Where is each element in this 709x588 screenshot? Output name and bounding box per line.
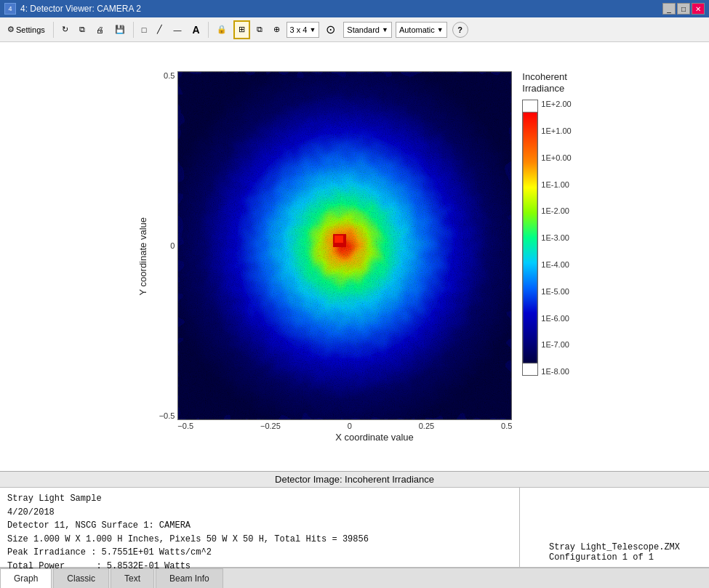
y-tick-2: 0	[170, 241, 175, 250]
settings-icon: ⚙	[7, 25, 15, 34]
title-bar: 4 4: Detector Viewer: CAMERA 2 _ □ ✕	[0, 0, 709, 17]
window-title: 4: Detector Viewer: CAMERA 2	[20, 4, 141, 14]
y-axis-and-plot: 0.5 0 −0.5	[151, 71, 571, 420]
info-line-3: Detector 11, NSCG Surface 1: CAMERA	[7, 519, 512, 533]
colorbar-title: Incoherent Irradiance	[522, 71, 571, 96]
x-tick-0: −0.5	[177, 422, 193, 430]
draw-rect-icon: □	[142, 25, 147, 34]
copy2-icon: ⧉	[257, 25, 263, 34]
x-tick-2: 0	[348, 422, 352, 430]
draw-hline-button[interactable]: —	[169, 20, 185, 39]
svg-rect-5	[523, 113, 537, 363]
overlay-icon: ⊕	[273, 25, 280, 34]
cb-tick-0: 1E+2.00	[541, 100, 571, 108]
text-tool-button[interactable]: A	[188, 20, 204, 39]
settings-button[interactable]: ⚙ Settings	[3, 20, 49, 39]
maximize-button[interactable]: □	[677, 3, 690, 15]
cb-tick-6: 1E-4.00	[541, 260, 571, 269]
tab-beam-info[interactable]: Beam Info	[156, 568, 223, 588]
cycle-icon: ⊙	[326, 23, 335, 36]
draw-hline-icon: —	[173, 25, 181, 34]
help-icon: ?	[457, 25, 462, 34]
y-axis-ticks: 0.5 0 −0.5	[151, 71, 177, 420]
help-button[interactable]: ?	[452, 22, 468, 38]
main-content: Y coordinate value 0.5 0 −0.5	[0, 42, 709, 588]
standard-dropdown[interactable]: Standard ▼	[343, 22, 392, 38]
x-axis-ticks: −0.5 −0.25 0 0.25 0.5	[177, 422, 512, 430]
colorbar-gradient-svg	[522, 100, 538, 376]
cb-tick-5: 1E-3.00	[541, 233, 571, 242]
overlay-button[interactable]: ⊕	[269, 20, 284, 39]
detector-info-right: Stray Light_Telescope.ZMXConfiguration 1…	[520, 488, 709, 567]
y-tick-4: −0.5	[159, 411, 175, 420]
heatmap-svg	[178, 72, 511, 419]
automatic-dropdown[interactable]: Automatic ▼	[396, 22, 447, 38]
print-icon: 🖨	[96, 25, 104, 34]
separator-2	[133, 22, 134, 38]
plot-right: 0.5 0 −0.5	[151, 71, 571, 443]
draw-rect-button[interactable]: □	[137, 20, 151, 39]
x-tick-4: 0.5	[501, 422, 512, 430]
refresh-icon: ↻	[62, 25, 68, 34]
colorbar-area: Incoherent Irradiance	[522, 71, 571, 420]
cb-tick-8: 1E-6.00	[541, 314, 571, 323]
cycle-button[interactable]: ⊙	[321, 20, 340, 39]
detector-info-left: Stray Light Sample 4/20/2018 Detector 11…	[0, 488, 520, 567]
chevron-down-icon-2: ▼	[382, 26, 388, 33]
svg-rect-4	[335, 235, 343, 243]
save-icon: 💾	[115, 25, 125, 34]
plot-container: Y coordinate value 0.5 0 −0.5	[137, 71, 571, 443]
draw-line-button[interactable]: ╱	[153, 20, 167, 39]
chevron-down-icon-3: ▼	[437, 26, 444, 33]
text-tool-icon: A	[192, 24, 199, 36]
window-controls: _ □ ✕	[662, 3, 705, 15]
cb-tick-7: 1E-5.00	[541, 287, 571, 296]
grid-size-dropdown[interactable]: 3 x 4 ▼	[287, 22, 320, 38]
y-axis-label: Y coordinate value	[137, 217, 148, 295]
tab-classic[interactable]: Classic	[53, 568, 109, 588]
copy-icon: ⧉	[79, 25, 85, 34]
print-button[interactable]: 🖨	[92, 20, 108, 39]
grid-button[interactable]: ⊞	[233, 20, 250, 39]
x-axis-label: X coordinate value	[177, 432, 571, 443]
copy-button[interactable]: ⧉	[75, 20, 89, 39]
draw-line-icon: ╱	[157, 25, 162, 34]
colorbar-title-area: Incoherent Irradiance	[522, 71, 571, 420]
detector-title: Detector Image: Incoherent Irradiance	[0, 472, 709, 488]
window-icon: 4	[4, 3, 16, 15]
tab-graph[interactable]: Graph	[0, 568, 52, 588]
y-tick-0: 0.5	[164, 71, 175, 80]
cb-tick-4: 1E-2.00	[541, 206, 571, 215]
x-tick-1: −0.25	[260, 422, 281, 430]
save-button[interactable]: 💾	[111, 20, 129, 39]
lock-button[interactable]: 🔒	[212, 20, 231, 39]
separator-3	[208, 22, 209, 38]
colorbar-right: 1E+2.00 1E+1.00 1E+0.00 1E-1.00 1E-2.00 …	[522, 100, 571, 376]
chart-area: Y coordinate value 0.5 0 −0.5	[0, 42, 709, 471]
minimize-button[interactable]: _	[662, 3, 676, 15]
bottom-area: Detector Image: Incoherent Irradiance St…	[0, 471, 709, 588]
info-line-2: 4/20/2018	[7, 506, 512, 520]
separator-1	[53, 22, 54, 38]
cb-tick-9: 1E-7.00	[541, 340, 571, 349]
info-line-4: Size 1.000 W X 1.000 H Inches, Pixels 50…	[7, 533, 512, 547]
info-line-1: Stray Light Sample	[7, 492, 512, 506]
cb-tick-3: 1E-1.00	[541, 180, 571, 189]
lock-icon: 🔒	[217, 25, 227, 34]
x-tick-3: 0.25	[419, 422, 434, 430]
cb-tick-1: 1E+1.00	[541, 126, 571, 135]
cb-tick-10: 1E-8.00	[541, 367, 571, 376]
close-button[interactable]: ✕	[692, 3, 705, 15]
grid-icon: ⊞	[239, 25, 245, 34]
copy2-button[interactable]: ⧉	[252, 20, 267, 39]
toolbar: ⚙ Settings ↻ ⧉ 🖨 💾 □ ╱ — A 🔒 ⊞ ⧉	[0, 17, 709, 42]
heatmap[interactable]	[177, 71, 512, 420]
cb-tick-2: 1E+0.00	[541, 153, 571, 162]
colorbar-tick-labels: 1E+2.00 1E+1.00 1E+0.00 1E-1.00 1E-2.00 …	[541, 100, 571, 376]
refresh-button[interactable]: ↻	[57, 20, 73, 39]
tab-text[interactable]: Text	[111, 568, 154, 588]
zmx-info: Stray Light_Telescope.ZMXConfiguration 1…	[549, 542, 680, 563]
detector-info-row: Stray Light Sample 4/20/2018 Detector 11…	[0, 488, 709, 568]
info-line-5: Peak Irradiance : 5.7551E+01 Watts/cm^2	[7, 546, 512, 560]
plot-with-axes: Y coordinate value 0.5 0 −0.5	[137, 71, 571, 443]
